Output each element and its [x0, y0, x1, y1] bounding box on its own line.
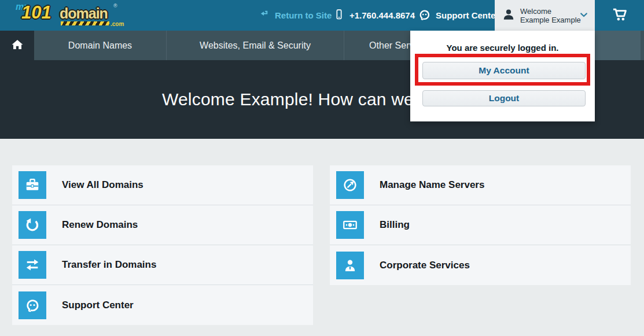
businessperson-icon: [336, 252, 364, 279]
support-center-label: Support Center: [436, 10, 499, 20]
quick-link-manage-name-servers[interactable]: Manage Name Servers: [330, 165, 631, 205]
nav-tab-domain-names[interactable]: Domain Names: [34, 31, 167, 60]
chevron-down-icon: [579, 10, 589, 23]
my-account-button[interactable]: My Account: [422, 62, 586, 79]
quick-link-label: Billing: [380, 219, 410, 231]
hero-heading: Welcome Example! How can we: [162, 90, 414, 109]
quick-links-right-panel: Manage Name Servers Billing Corporate Se…: [330, 165, 631, 285]
quick-link-label: Manage Name Servers: [380, 179, 484, 191]
site-logo[interactable]: my 101 domain .com ®: [15, 2, 119, 29]
page: my 101 domain .com ® Return to Site +1.7…: [0, 0, 644, 336]
quick-link-label: Renew Domains: [62, 219, 138, 231]
cart-button[interactable]: [595, 0, 644, 31]
return-to-site-link[interactable]: Return to Site: [259, 0, 332, 31]
user-icon: [502, 8, 516, 24]
quick-link-label: Corporate Services: [380, 260, 470, 271]
top-bar: my 101 domain .com ® Return to Site +1.7…: [0, 0, 644, 31]
registered-mark: ®: [113, 3, 117, 9]
quick-link-label: View All Domains: [62, 179, 143, 191]
headset-icon: [418, 8, 431, 23]
account-dropdown: You are securely logged in. My Account L…: [410, 31, 595, 121]
phone-number: +1.760.444.8674: [349, 10, 415, 20]
logo-hazard-stripes: [61, 21, 109, 25]
logout-button[interactable]: Logout: [422, 90, 586, 106]
logo-number: 101: [21, 2, 51, 23]
user-greeting: Welcome Example Example: [520, 7, 581, 24]
user-greeting-line1: Welcome: [520, 7, 581, 16]
quick-link-transfer-in-domains[interactable]: Transfer in Domains: [12, 245, 313, 285]
login-status-text: You are securely logged in.: [410, 31, 595, 53]
headset-icon: [19, 291, 46, 319]
quick-link-label: Support Center: [62, 300, 134, 311]
quick-link-renew-domains[interactable]: Renew Domains: [12, 205, 313, 245]
nav-home-tab[interactable]: [0, 31, 34, 60]
renew-icon: [19, 211, 46, 239]
home-icon: [10, 38, 25, 54]
briefcase-icon: [19, 171, 46, 199]
quick-link-corporate-services[interactable]: Corporate Services: [330, 245, 631, 285]
logo-tld: .com: [111, 21, 124, 27]
phone-link[interactable]: +1.760.444.8674: [333, 0, 415, 31]
cart-icon: [610, 6, 629, 25]
main-content: View All Domains Renew Domains Transfer …: [0, 139, 644, 336]
quick-link-label: Transfer in Domains: [62, 259, 156, 271]
nav-tab-websites-email-security[interactable]: Websites, Email & Security: [167, 31, 344, 60]
quick-link-support-center[interactable]: Support Center: [12, 285, 313, 325]
transfer-icon: [19, 251, 46, 279]
quick-link-billing[interactable]: Billing: [330, 205, 631, 245]
quick-links-left-panel: View All Domains Renew Domains Transfer …: [12, 165, 313, 325]
compass-icon: [336, 171, 364, 199]
account-tab-highlight: [595, 31, 641, 60]
return-to-site-label: Return to Site: [275, 10, 332, 20]
return-arrow-icon: [259, 9, 270, 22]
logo-word: domain: [60, 5, 108, 22]
mobile-phone-icon: [333, 8, 345, 23]
account-menu-toggle[interactable]: Welcome Example Example: [495, 0, 595, 31]
money-bill-icon: [336, 211, 364, 239]
support-center-link[interactable]: Support Center: [418, 0, 499, 31]
quick-link-view-all-domains[interactable]: View All Domains: [12, 165, 313, 205]
user-greeting-line2: Example Example: [520, 16, 581, 24]
